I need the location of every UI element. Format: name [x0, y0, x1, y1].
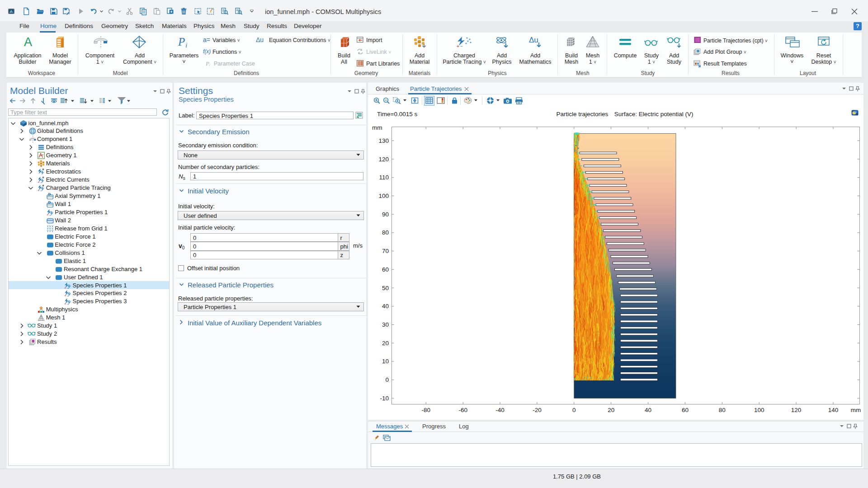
svg-text:-80: -80	[422, 407, 431, 413]
svg-text:D: D	[48, 192, 51, 197]
svg-text:−: −	[67, 302, 69, 306]
svg-text:−: −	[49, 212, 51, 216]
svg-text:−: −	[460, 44, 463, 48]
svg-text:mm: mm	[851, 407, 861, 413]
svg-text:Δu: Δu	[529, 36, 538, 44]
svg-text:f(x): f(x)	[203, 48, 211, 55]
svg-text:60: 60	[382, 266, 389, 273]
svg-text:30: 30	[382, 321, 389, 328]
svg-text:-60: -60	[458, 407, 467, 413]
svg-text:0: 0	[572, 407, 576, 413]
svg-text:140: 140	[828, 407, 839, 413]
svg-text:+: +	[457, 44, 459, 48]
svg-text:0: 0	[385, 376, 389, 383]
svg-text:−: −	[40, 180, 42, 184]
svg-text:+: +	[38, 180, 40, 184]
svg-text:110: 110	[379, 174, 389, 181]
svg-text:−: −	[67, 286, 69, 290]
svg-text:60: 60	[682, 407, 689, 413]
svg-text:-40: -40	[495, 407, 505, 413]
svg-text:120: 120	[378, 156, 389, 163]
svg-text:i: i	[185, 42, 187, 48]
svg-text:+: +	[64, 302, 66, 305]
svg-text:90: 90	[382, 211, 389, 218]
svg-text:130: 130	[378, 137, 389, 144]
svg-text:120: 120	[791, 407, 802, 413]
svg-text:−: −	[40, 188, 42, 192]
svg-text:-20: -20	[533, 407, 542, 413]
svg-text:100: 100	[378, 192, 389, 199]
svg-text:A: A	[24, 36, 32, 48]
svg-text:20: 20	[608, 407, 614, 413]
svg-text:100: 100	[754, 407, 764, 413]
svg-text:+: +	[47, 213, 49, 216]
svg-text:+: +	[64, 286, 66, 290]
svg-text:Pᵢ: Pᵢ	[206, 60, 210, 66]
svg-text:mm: mm	[372, 124, 382, 131]
svg-text:20: 20	[382, 340, 389, 347]
svg-text:a=: a=	[203, 37, 210, 43]
svg-text:70: 70	[382, 248, 389, 254]
svg-text:50: 50	[382, 285, 389, 291]
svg-text:P: P	[178, 36, 185, 48]
svg-text:40: 40	[645, 407, 651, 413]
svg-text:80: 80	[382, 229, 389, 236]
svg-text:−: −	[67, 294, 69, 298]
svg-text:+: +	[64, 294, 66, 297]
svg-text:10: 10	[382, 358, 389, 365]
svg-text:Δu: Δu	[256, 37, 264, 43]
svg-text:+: +	[38, 188, 40, 192]
svg-text:D: D	[48, 201, 51, 205]
svg-text:80: 80	[719, 407, 726, 413]
svg-text:-10: -10	[380, 395, 389, 402]
svg-text:40: 40	[382, 303, 389, 310]
